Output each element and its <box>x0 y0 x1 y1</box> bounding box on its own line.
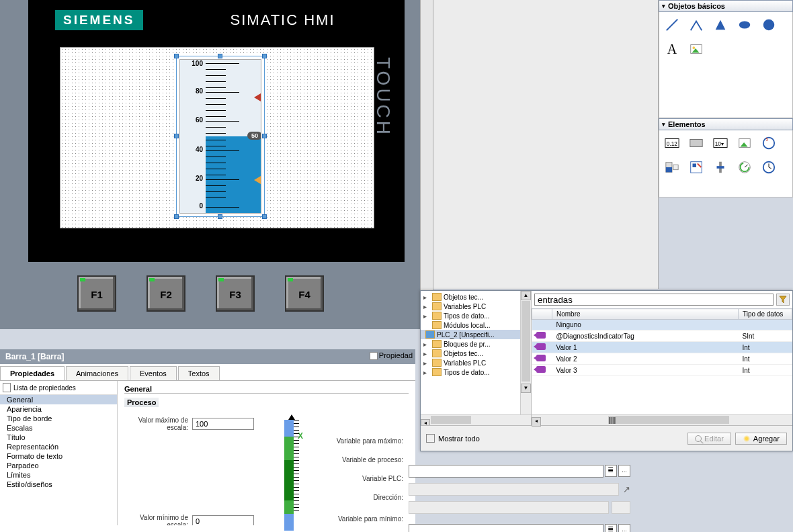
tab-textos[interactable]: Textos <box>178 366 220 380</box>
function-key-f3[interactable]: F3 <box>216 275 255 312</box>
tree-node[interactable]: ▸Objetos tec... <box>422 292 530 302</box>
properties-link[interactable]: Propiedad <box>370 351 413 360</box>
tree-scrollbar-vertical[interactable]: ▲▼ <box>520 291 531 414</box>
chevron-down-icon: ▾ <box>662 3 665 9</box>
function-key-f2[interactable]: F2 <box>147 275 185 312</box>
prop-item-estilo[interactable]: Estilo/diseños <box>0 480 117 489</box>
property-category-list: Lista de propiedades General Apariencia … <box>0 381 118 525</box>
resize-handle[interactable] <box>174 134 179 138</box>
prop-item-parpadeo[interactable]: Parpadeo <box>0 461 117 470</box>
toolbox: ▾Objetos básicos A ▾Elementos 0.12 10▾ 5 <box>659 0 793 197</box>
prop-item-tipo-borde[interactable]: Tipo de borde <box>0 414 117 423</box>
resize-handle[interactable] <box>262 134 267 138</box>
toolbox-panel-elements-header[interactable]: ▾Elementos <box>659 118 793 130</box>
dropdown-list-icon[interactable] <box>605 524 617 532</box>
tag-row-valor1[interactable]: Valor 1Int <box>532 342 792 353</box>
tree-node-plc2[interactable]: ▾PLC_2 [Unspecifi... <box>421 330 530 339</box>
tag-icon <box>536 343 546 350</box>
tree-node[interactable]: ▸Variables PLC <box>422 358 530 367</box>
switch-tool-icon[interactable] <box>687 159 705 176</box>
resize-handle[interactable] <box>218 214 222 219</box>
function-key-f1[interactable]: F1 <box>77 275 116 312</box>
button-tool-icon[interactable] <box>687 134 705 152</box>
clock-tool-icon[interactable] <box>760 159 778 176</box>
bar-gauge-widget[interactable]: 100 80 60 40 20 0 <box>176 56 265 217</box>
graphic-io-tool-icon[interactable] <box>736 134 753 152</box>
resize-handle[interactable] <box>174 54 179 58</box>
hmi-design-area: SIEMENS SIMATIC HMI 100 80 60 40 <box>0 0 420 329</box>
tag-filter-input[interactable] <box>534 294 774 306</box>
dropdown-list-icon[interactable] <box>605 465 617 477</box>
resize-handle[interactable] <box>262 54 267 58</box>
image-tool-icon[interactable] <box>687 40 705 58</box>
tree-node[interactable]: ▸Tipos de dato... <box>422 311 530 320</box>
text-tool-icon[interactable]: A <box>663 40 681 58</box>
col-tipo[interactable]: Tipo de datos <box>739 309 792 320</box>
symbolic-io-tool-icon[interactable]: 10▾ <box>712 134 729 152</box>
polyline-tool-icon[interactable] <box>687 16 705 34</box>
prop-item-escalas[interactable]: Escalas <box>0 423 117 433</box>
browse-button[interactable]: ... <box>618 465 630 477</box>
tag-row[interactable]: Valor 3Int <box>532 365 792 376</box>
prop-item-limites[interactable]: Límites <box>0 470 117 480</box>
prop-item-representacion[interactable]: Representación <box>0 442 117 451</box>
tag-row[interactable]: Valor 2Int <box>532 353 792 365</box>
hmi-panel: SIEMENS SIMATIC HMI 100 80 60 40 <box>28 0 405 262</box>
tree-node[interactable]: Módulos local... <box>422 320 530 330</box>
resize-handle[interactable] <box>218 54 222 58</box>
min-scale-input[interactable] <box>192 515 254 525</box>
toolbox-panel-basics-header[interactable]: ▾Objetos básicos <box>659 0 793 12</box>
link-arrow-icon[interactable]: ↗ <box>623 484 630 494</box>
io-field-tool-icon[interactable]: 0.12 <box>663 134 681 152</box>
svg-text:10▾: 10▾ <box>715 141 724 147</box>
gauge-tool-icon[interactable] <box>736 159 753 176</box>
prop-item-formato-texto[interactable]: Formato de texto <box>0 451 117 461</box>
var-min-input[interactable] <box>409 524 603 533</box>
svg-point-2 <box>763 19 775 31</box>
line-tool-icon[interactable] <box>663 16 681 34</box>
table-scrollbar-horizontal[interactable]: ◂|||| <box>532 414 792 425</box>
tag-row-ninguno[interactable]: Ninguno <box>532 320 792 330</box>
tab-eventos[interactable]: Eventos <box>130 366 177 380</box>
tree-node[interactable]: ▸Objetos tec... <box>422 349 530 358</box>
browse-button[interactable]: ... <box>618 524 630 532</box>
slider-tool-icon[interactable] <box>712 159 729 176</box>
tab-animaciones[interactable]: Animaciones <box>66 366 128 380</box>
svg-point-4 <box>693 46 696 49</box>
ellipse-tool-icon[interactable] <box>736 16 753 34</box>
tag-row[interactable]: @DiagnosticsIndicatorTagSInt <box>532 330 792 342</box>
tree-node[interactable]: ▸Bloques de pr... <box>422 339 530 349</box>
edit-button[interactable]: Editar <box>687 433 731 445</box>
prop-item-general[interactable]: General <box>0 395 117 404</box>
datetime-tool-icon[interactable]: 5 <box>760 134 778 152</box>
svg-text:5: 5 <box>765 137 768 142</box>
max-scale-input[interactable] <box>192 418 254 430</box>
col-nombre[interactable]: Nombre <box>552 309 739 320</box>
prop-item-apariencia[interactable]: Apariencia <box>0 404 117 414</box>
editor-scrollbar[interactable] <box>420 0 433 328</box>
hmi-screen-canvas[interactable]: 100 80 60 40 20 0 <box>60 47 374 228</box>
tree-scrollbar-horizontal[interactable]: ◂ <box>421 414 531 425</box>
prop-item-titulo[interactable]: Título <box>0 433 117 442</box>
bar-tool-icon[interactable] <box>663 159 681 176</box>
funnel-filter-icon[interactable] <box>776 294 790 306</box>
scale-label: 20 <box>196 175 203 182</box>
circle-tool-icon[interactable] <box>760 16 778 34</box>
add-button[interactable]: Agregar <box>735 433 787 445</box>
resize-handle[interactable] <box>174 214 179 219</box>
var-proc-label: Variable de proceso: <box>312 456 403 463</box>
polygon-tool-icon[interactable] <box>712 16 729 34</box>
svg-rect-15 <box>673 165 678 169</box>
var-proc-input[interactable] <box>409 465 603 478</box>
show-all-checkbox[interactable] <box>426 434 435 443</box>
function-key-f4[interactable]: F4 <box>285 275 324 312</box>
svg-point-1 <box>739 21 751 29</box>
tree-node[interactable]: ▸Variables PLC <box>422 302 530 311</box>
tab-propiedades[interactable]: Propiedades <box>0 366 65 380</box>
spark-icon <box>743 435 751 443</box>
resize-handle[interactable] <box>262 214 267 219</box>
folder-icon <box>432 368 442 376</box>
tree-node[interactable]: ▸Tipos de dato... <box>422 367 530 377</box>
tag-icon <box>536 366 546 373</box>
tag-table-panel: Nombre Tipo de datos Ninguno @Diagnostic… <box>532 291 792 425</box>
